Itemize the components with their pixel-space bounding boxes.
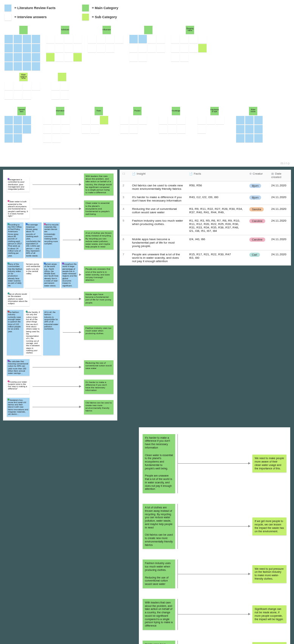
sticky-note[interactable]	[14, 35, 22, 43]
sticky-note[interactable]	[32, 35, 40, 43]
sticky-note[interactable]	[5, 82, 13, 90]
sticky-note[interactable]	[5, 53, 13, 61]
fact-note[interactable]: Quite frankly, if not only the cotton cr…	[25, 310, 42, 355]
sticky-note[interactable]	[82, 125, 90, 133]
sticky-note[interactable]	[159, 116, 167, 124]
sticky-note[interactable]	[171, 53, 179, 61]
sticky-note[interactable]	[159, 125, 167, 133]
sticky-note[interactable]	[129, 53, 138, 61]
sticky-note[interactable]	[129, 116, 138, 124]
hmw-note[interactable]: We need to make people more aware of the…	[252, 455, 286, 472]
insight-note[interactable]: People are unaware that a lot of the wor…	[84, 266, 114, 283]
sticky-note[interactable]	[129, 35, 138, 43]
sticky-note[interactable]	[23, 91, 31, 99]
sticky-note[interactable]	[23, 82, 31, 90]
sticky-note[interactable]	[91, 116, 99, 124]
insight-note[interactable]: People are unaware that a lot of the wor…	[143, 472, 175, 493]
insight-note[interactable]: Clean water is essential to the planet's…	[84, 200, 114, 217]
insight-note[interactable]: Fashion industry uses too much water whe…	[84, 325, 114, 340]
sticky-note[interactable]	[23, 44, 31, 52]
fact-note[interactable]: According to the FAO Office of Soil Poli…	[7, 222, 23, 258]
sticky-note[interactable]	[148, 44, 156, 52]
sticky-note[interactable]	[120, 116, 129, 124]
sticky-note[interactable]	[46, 44, 54, 52]
sticky-note[interactable]	[216, 116, 224, 124]
sticky-note[interactable]	[43, 134, 51, 142]
sticky-note[interactable]	[245, 125, 254, 133]
sticky-note[interactable]	[236, 125, 244, 133]
sticky-note[interactable]	[180, 35, 188, 43]
sticky-note[interactable]	[23, 53, 31, 61]
sticky-note[interactable]	[177, 116, 185, 124]
sticky-note[interactable]	[171, 35, 179, 43]
sticky-note[interactable]	[189, 44, 198, 52]
table-row[interactable]: 7People are unaware that a lot of the wo…	[120, 250, 291, 266]
hmw-note[interactable]: If we get more people to recycle, we can…	[252, 517, 286, 535]
sticky-note[interactable]	[61, 116, 70, 124]
sticky-note[interactable]	[73, 53, 82, 61]
sticky-note[interactable]	[14, 53, 22, 61]
fact-note[interactable]: Hard-to-recycle materials like certain b…	[43, 222, 60, 258]
sticky-note[interactable]	[61, 91, 69, 99]
sticky-note[interactable]	[55, 44, 64, 52]
sticky-note[interactable]	[51, 91, 60, 99]
fact-note[interactable]: App on phone would be the easiest platfo…	[7, 292, 30, 306]
fact-note[interactable]: Certain areas of the world e.g., North A…	[43, 262, 60, 288]
col-facts[interactable]: 📄Facts	[186, 170, 246, 181]
fact-note[interactable]: The average American throws away about 7…	[25, 222, 42, 258]
sticky-note[interactable]	[177, 125, 185, 133]
sticky-note[interactable]	[14, 116, 22, 124]
sticky-note[interactable]	[254, 134, 263, 142]
sticky-note[interactable]	[64, 44, 73, 52]
insight-note[interactable]: Clean water is essential to the planet's…	[143, 452, 175, 473]
sticky-note[interactable]	[55, 53, 64, 61]
insight-note[interactable]: It's harder to make a difference if you …	[84, 380, 114, 394]
insight-note[interactable]: It's harder to make a difference if you …	[143, 434, 175, 452]
sticky-note[interactable]	[236, 134, 244, 142]
sticky-note[interactable]	[254, 125, 263, 133]
sticky-note[interactable]	[138, 44, 147, 52]
sticky-note[interactable]	[14, 62, 22, 70]
hmw-note[interactable]: Significant change can not be made alone…	[252, 605, 286, 623]
sticky-note[interactable]	[23, 35, 31, 43]
sticky-note[interactable]	[97, 35, 105, 43]
sticky-note[interactable]	[5, 125, 13, 133]
sticky-note[interactable]	[157, 44, 165, 52]
insight-note[interactable]: Reducing the use of conventional cotton …	[84, 360, 114, 375]
fact-note[interactable]: If designers buy, reuse and swap old fab…	[7, 398, 30, 417]
sticky-note[interactable]	[51, 82, 60, 90]
sticky-note[interactable]	[32, 82, 40, 90]
fact-note[interactable]: The fashion industry currently uses enou…	[7, 310, 23, 355]
sticky-note[interactable]	[32, 44, 40, 52]
sticky-note[interactable]	[32, 53, 40, 61]
sticky-note[interactable]	[5, 116, 13, 124]
sticky-note[interactable]	[115, 35, 123, 43]
sticky-note[interactable]	[129, 44, 138, 52]
sticky-note[interactable]	[180, 53, 188, 61]
sticky-note[interactable]	[46, 35, 54, 43]
sticky-note[interactable]	[198, 125, 206, 133]
fact-note[interactable]: All in all, the fashion industry is resp…	[43, 310, 60, 355]
sticky-note[interactable]	[91, 125, 99, 133]
sticky-note[interactable]	[5, 35, 13, 43]
col-check[interactable]: ☐	[120, 170, 129, 181]
sticky-note[interactable]	[14, 82, 22, 90]
sticky-note[interactable]	[106, 44, 114, 52]
sticky-note[interactable]	[23, 116, 31, 124]
sticky-note[interactable]	[14, 44, 22, 52]
sticky-note[interactable]	[168, 116, 176, 124]
table-row[interactable]: 5Fashion industry uses too much water wh…	[120, 217, 291, 235]
insight-note[interactable]: Mobile apps have become a fundamental pa…	[143, 641, 175, 644]
fact-note[interactable]: management is controlled by poor distrib…	[7, 177, 30, 192]
hmw-note[interactable]: Apps can be a way of reaching a larger a…	[252, 642, 286, 644]
insight-note[interactable]: Mobile apps have become a fundamental pa…	[84, 292, 114, 306]
sticky-note[interactable]	[157, 35, 165, 43]
sticky-note[interactable]	[52, 116, 61, 124]
sticky-note[interactable]	[14, 91, 22, 99]
fact-note[interactable]: "Knowing your water footprint exist is t…	[7, 380, 30, 394]
sticky-note[interactable]	[5, 44, 13, 52]
sticky-note[interactable]	[168, 125, 176, 133]
sticky-note[interactable]	[138, 53, 147, 61]
sticky-note[interactable]	[23, 62, 31, 70]
sticky-note[interactable]	[5, 62, 13, 70]
